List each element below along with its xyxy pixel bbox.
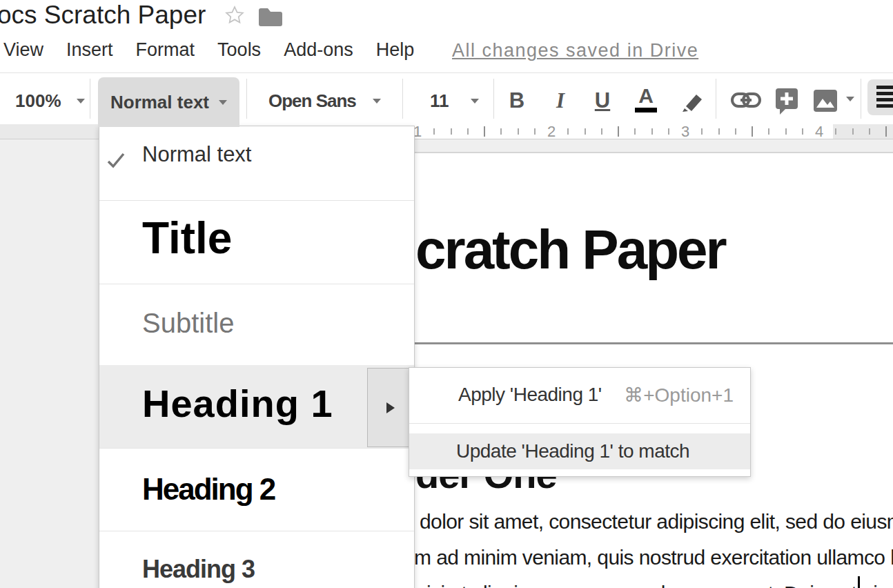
menu-divider xyxy=(99,531,414,531)
zoom-value: 100% xyxy=(15,90,61,112)
star-icon[interactable] xyxy=(224,5,245,28)
submenu-item-label: Update 'Heading 1' to match xyxy=(456,440,689,462)
document-name[interactable]: ocs Scratch Paper xyxy=(0,1,206,30)
paragraph-style-value: Normal text xyxy=(110,92,209,113)
align-button[interactable] xyxy=(867,79,893,115)
font-family-value: Open Sans xyxy=(268,90,356,112)
insert-link-button[interactable] xyxy=(730,90,762,113)
submenu-item-update-heading1[interactable]: Update 'Heading 1' to match xyxy=(409,433,750,469)
highlighter-icon xyxy=(678,106,708,118)
menu-item-label: Title xyxy=(142,216,232,260)
font-size-select[interactable]: 11 xyxy=(412,84,485,117)
highlight-color-button[interactable] xyxy=(678,86,708,119)
chevron-down-icon xyxy=(373,99,381,104)
ruler-number: 2 xyxy=(544,124,559,139)
text-color-swatch xyxy=(635,108,657,112)
underline-button[interactable]: U xyxy=(586,84,619,117)
menu-divider xyxy=(99,284,414,284)
google-docs-window: ocs Scratch Paper View Insert Format Too… xyxy=(0,0,893,588)
menu-item-label: Heading 2 xyxy=(142,474,275,504)
ruler-number: 4 xyxy=(812,124,827,139)
chevron-down-icon xyxy=(219,100,227,105)
ruler-number: 3 xyxy=(678,124,693,139)
image-options-chevron-icon[interactable] xyxy=(846,97,854,101)
checkmark-icon xyxy=(106,151,126,173)
menu-divider xyxy=(409,423,750,424)
toolbar-separator xyxy=(402,79,403,119)
submenu-arrow-icon xyxy=(386,402,395,413)
title-horizontal-rule xyxy=(373,342,893,344)
text-cursor xyxy=(858,576,860,588)
menu-divider xyxy=(99,200,414,201)
menu-format[interactable]: Format xyxy=(136,39,195,61)
bold-button[interactable]: B xyxy=(500,84,533,117)
image-icon xyxy=(810,106,841,118)
toolbar-divider-line xyxy=(0,72,893,73)
menu-insert[interactable]: Insert xyxy=(66,39,113,61)
insert-image-button[interactable] xyxy=(810,86,841,119)
menu-item-label: Heading 3 xyxy=(142,557,255,582)
toolbar-separator xyxy=(861,79,861,119)
paragraph-style-select[interactable]: Normal text xyxy=(98,77,239,127)
text-color-letter: A xyxy=(638,86,654,106)
heading1-submenu-arrow-button[interactable] xyxy=(367,368,414,447)
toolbar-separator xyxy=(90,79,90,119)
comment-icon xyxy=(772,106,802,118)
paragraph-styles-menu: Normal text Title Subtitle Heading 1 Hea… xyxy=(99,126,415,588)
italic-button[interactable]: I xyxy=(544,84,577,117)
menu-addons[interactable]: Add-ons xyxy=(284,39,353,61)
toolbar-separator xyxy=(246,79,247,119)
body-text-line[interactable]: m ad minim veniam, quis nostrud exercita… xyxy=(414,545,893,570)
menu-bar: View Insert Format Tools Add-ons Help xyxy=(3,39,414,61)
menu-help[interactable]: Help xyxy=(376,39,415,61)
chevron-down-icon xyxy=(77,99,85,104)
toolbar-separator xyxy=(716,79,716,119)
heading1-submenu: Apply 'Heading 1' ⌘+Option+1 Update 'Hea… xyxy=(409,367,751,477)
menu-view[interactable]: View xyxy=(3,39,43,61)
submenu-item-label: Apply 'Heading 1' xyxy=(458,384,602,406)
insert-comment-button[interactable] xyxy=(772,86,802,119)
zoom-select[interactable]: 100% xyxy=(7,84,85,117)
text-color-button[interactable]: A xyxy=(629,86,663,117)
chevron-down-icon xyxy=(471,99,479,104)
menu-item-label: Heading 1 xyxy=(142,384,333,423)
menu-item-label: Subtitle xyxy=(142,309,234,337)
menu-divider xyxy=(99,448,414,449)
move-to-folder-icon[interactable] xyxy=(257,6,284,31)
body-text-line[interactable]: dolor sit amet, consectetur adipiscing e… xyxy=(420,509,893,534)
link-icon xyxy=(730,101,762,112)
body-text-line[interactable]: nisi ut aliquip ex ea commodo consequat.… xyxy=(415,581,893,588)
menu-item-label: Normal text xyxy=(142,144,251,165)
align-left-icon xyxy=(876,86,893,110)
save-status-link[interactable]: All changes saved in Drive xyxy=(452,40,698,61)
keyboard-shortcut: ⌘+Option+1 xyxy=(624,384,734,406)
font-family-select[interactable]: Open Sans xyxy=(255,84,391,117)
font-size-value: 11 xyxy=(430,90,449,112)
document-title-text[interactable]: cratch Paper xyxy=(415,222,725,277)
toolbar-separator xyxy=(493,79,494,119)
menu-tools[interactable]: Tools xyxy=(217,39,261,61)
